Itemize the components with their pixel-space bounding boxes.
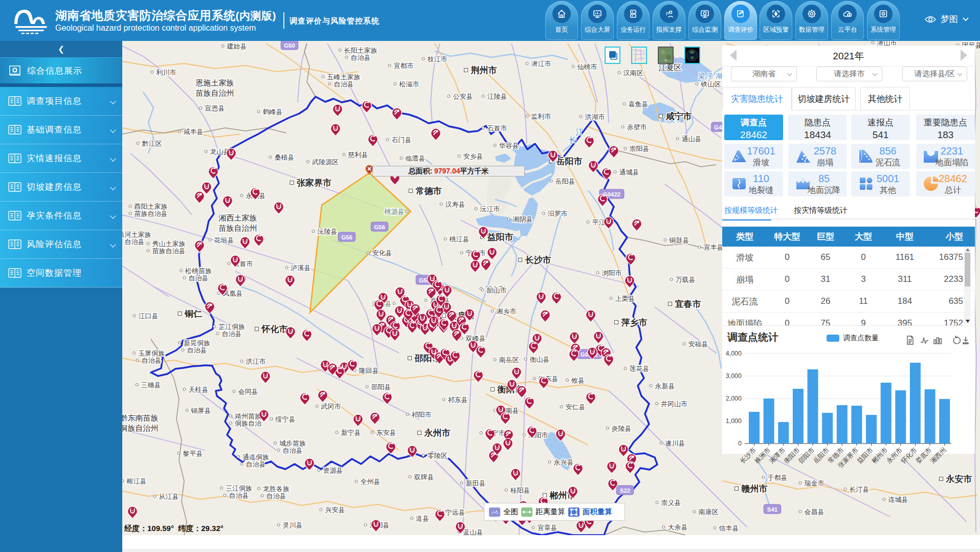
svg-text:S41: S41 bbox=[767, 506, 778, 513]
svg-text:秀山土家族: 秀山土家族 bbox=[152, 240, 186, 248]
svg-text:怀化市: 怀化市 bbox=[261, 324, 288, 334]
svg-text:株洲市: 株洲市 bbox=[753, 446, 772, 465]
svg-text:绥宁县: 绥宁县 bbox=[276, 415, 296, 423]
svg-text:G50: G50 bbox=[284, 42, 295, 49]
svg-text:玉屏侗族: 玉屏侗族 bbox=[138, 349, 165, 357]
svg-text:宜丰县: 宜丰县 bbox=[704, 244, 724, 251]
svg-text:自治县: 自治县 bbox=[125, 238, 145, 246]
svg-text:桑植县: 桑植县 bbox=[275, 153, 295, 161]
svg-text:侗族自治州: 侗族自治州 bbox=[122, 424, 159, 432]
svg-text:天柱县: 天柱县 bbox=[189, 386, 209, 393]
svg-text:城步苗族: 城步苗族 bbox=[279, 439, 306, 447]
svg-text:邵阳县: 邵阳县 bbox=[371, 383, 391, 391]
svg-text:韶山市: 韶山市 bbox=[486, 286, 507, 294]
svg-text:资源县: 资源县 bbox=[323, 467, 343, 474]
svg-text:自治县: 自治县 bbox=[142, 357, 162, 364]
svg-text:3,000: 3,000 bbox=[726, 372, 742, 380]
svg-text:安乡县: 安乡县 bbox=[463, 152, 483, 160]
svg-text:会昌县: 会昌县 bbox=[805, 508, 825, 516]
svg-text:张家界市: 张家界市 bbox=[297, 178, 331, 188]
svg-text:桃江县: 桃江县 bbox=[449, 235, 470, 243]
svg-text:自治县: 自治县 bbox=[266, 492, 286, 500]
svg-text:崇义县: 崇义县 bbox=[661, 499, 681, 506]
svg-text:安化县: 安化县 bbox=[372, 249, 392, 257]
svg-text:三穗县: 三穗县 bbox=[141, 381, 161, 389]
svg-text:宜章县: 宜章县 bbox=[538, 524, 558, 532]
svg-text:宁远县: 宁远县 bbox=[446, 509, 465, 516]
svg-text:益阳市: 益阳市 bbox=[856, 446, 874, 465]
svg-text:信丰县: 信丰县 bbox=[719, 524, 739, 532]
svg-text:隆回县: 隆回县 bbox=[359, 367, 379, 374]
svg-text:临澧县: 临澧县 bbox=[406, 154, 426, 162]
svg-text:益阳市: 益阳市 bbox=[487, 232, 514, 242]
svg-text:建始县: 建始县 bbox=[227, 42, 247, 50]
svg-text:自治县: 自治县 bbox=[246, 460, 266, 468]
svg-text:祁东县: 祁东县 bbox=[448, 396, 468, 404]
svg-text:永兴县: 永兴县 bbox=[554, 458, 574, 466]
svg-text:咸丰县: 咸丰县 bbox=[184, 128, 204, 136]
svg-text:湘阴县: 湘阴县 bbox=[513, 215, 533, 223]
svg-text:洪江市: 洪江市 bbox=[246, 358, 266, 365]
svg-text:衡山县: 衡山县 bbox=[530, 356, 550, 363]
svg-text:赤壁市: 赤壁市 bbox=[627, 123, 647, 131]
svg-text:三江侗族: 三江侗族 bbox=[226, 484, 252, 492]
svg-text:永州市: 永州市 bbox=[885, 446, 904, 465]
svg-text:宜都市: 宜都市 bbox=[394, 62, 414, 70]
svg-text:道县: 道县 bbox=[416, 515, 429, 522]
svg-text:大余县: 大余县 bbox=[668, 523, 688, 531]
svg-text:长: 长 bbox=[569, 136, 577, 144]
svg-text:沅江市: 沅江市 bbox=[480, 205, 500, 213]
svg-text:自治县: 自治县 bbox=[187, 346, 207, 354]
svg-text:自治县: 自治县 bbox=[189, 274, 209, 282]
svg-text:通城县: 通城县 bbox=[619, 168, 639, 176]
svg-text:湘西土家族: 湘西土家族 bbox=[218, 213, 257, 222]
svg-text:华容县: 华容县 bbox=[499, 142, 519, 149]
svg-text:南岳区: 南岳区 bbox=[499, 356, 519, 364]
svg-text:郴州市: 郴州市 bbox=[871, 446, 889, 465]
svg-text:江夏区: 江夏区 bbox=[659, 63, 682, 72]
svg-text:G56: G56 bbox=[341, 234, 352, 240]
svg-text:自治县: 自治县 bbox=[334, 80, 354, 88]
svg-text:松滋市: 松滋市 bbox=[399, 80, 419, 88]
svg-text:沅陵县: 沅陵县 bbox=[317, 228, 338, 235]
svg-text:G4: G4 bbox=[714, 124, 722, 130]
svg-text:瑞金市: 瑞金市 bbox=[805, 479, 825, 487]
svg-text:双牌县: 双牌县 bbox=[414, 473, 434, 481]
svg-text:自治县: 自治县 bbox=[351, 54, 371, 61]
svg-text:咸宁市: 咸宁市 bbox=[665, 111, 692, 121]
svg-text:石门县: 石门县 bbox=[392, 136, 412, 144]
svg-text:花垣县: 花垣县 bbox=[214, 236, 234, 244]
svg-text:榕江县: 榕江县 bbox=[126, 477, 147, 485]
svg-text:常德市: 常德市 bbox=[416, 186, 442, 196]
svg-text:长沙市: 长沙市 bbox=[739, 446, 757, 465]
svg-text:安福县: 安福县 bbox=[688, 340, 708, 348]
svg-text:岳阳市: 岳阳市 bbox=[556, 157, 583, 166]
svg-text:新宁县: 新宁县 bbox=[341, 429, 361, 436]
svg-text:汉寿县: 汉寿县 bbox=[446, 201, 465, 208]
svg-text:蓝山县: 蓝山县 bbox=[463, 528, 483, 535]
svg-text:邵阳市: 邵阳市 bbox=[797, 446, 816, 465]
svg-text:湘乡市: 湘乡市 bbox=[497, 307, 517, 315]
svg-text:上栗县: 上栗县 bbox=[615, 295, 635, 302]
svg-text:赣州市: 赣州市 bbox=[741, 484, 768, 494]
svg-text:恩施土家族: 恩施土家族 bbox=[195, 78, 234, 87]
svg-text:汨罗市: 汨罗市 bbox=[548, 210, 568, 217]
svg-text:枝江市: 枝江市 bbox=[428, 55, 448, 63]
svg-text:嘉鱼县: 嘉鱼县 bbox=[629, 100, 649, 108]
svg-text:铁山区: 铁山区 bbox=[701, 80, 721, 88]
svg-text:新田县: 新田县 bbox=[466, 479, 486, 487]
svg-text:连城县: 连城县 bbox=[888, 496, 908, 503]
svg-text:监利市: 监利市 bbox=[531, 113, 551, 120]
svg-text:湘潭市: 湘潭市 bbox=[768, 446, 787, 465]
svg-text:莲花县: 莲花县 bbox=[630, 365, 650, 372]
svg-text:通山县: 通山县 bbox=[682, 135, 702, 143]
svg-text:东安县: 东安县 bbox=[376, 429, 396, 436]
svg-text:公安县: 公安县 bbox=[453, 93, 473, 100]
svg-text:攸县: 攸县 bbox=[571, 377, 585, 384]
svg-text:长沙市: 长沙市 bbox=[525, 255, 551, 265]
svg-text:南康区: 南康区 bbox=[699, 508, 719, 516]
svg-text:江: 江 bbox=[576, 127, 584, 136]
svg-text:宜春市: 宜春市 bbox=[675, 299, 701, 309]
svg-text:岳阳市: 岳阳市 bbox=[812, 446, 830, 465]
svg-text:P: P bbox=[666, 11, 669, 16]
